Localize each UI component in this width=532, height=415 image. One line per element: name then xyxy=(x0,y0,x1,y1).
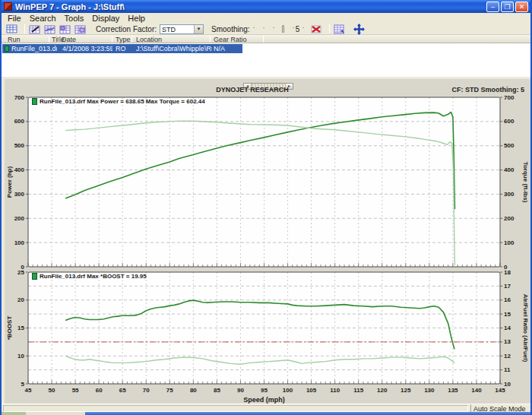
y-right-tick-label: 700 xyxy=(504,94,515,101)
close-button[interactable]: ✕ xyxy=(515,2,528,12)
delete-run-icon[interactable] xyxy=(310,24,323,34)
y-left-tick-label: 10 xyxy=(17,353,24,360)
graph-multi-icon[interactable] xyxy=(74,24,87,34)
y-right-tick-label: 400 xyxy=(504,166,515,173)
column-separator xyxy=(49,36,49,43)
y-left-tick-label: 15 xyxy=(17,325,24,331)
slider-thumb[interactable] xyxy=(282,25,284,33)
cell-location: J:\Stuff\Cobra\Whipple\RunFile_013... xyxy=(136,45,212,52)
cell-type: RO xyxy=(116,45,134,52)
graph-panel: ◄ ► DYNOJET RESEARCH CF: STD Smoothing: … xyxy=(5,79,530,404)
column-header-run[interactable]: Run xyxy=(8,36,21,43)
x-tick-label: 145 xyxy=(495,387,505,394)
y-left-tick-label: 200 xyxy=(14,215,25,222)
cell-gear_ratio: N/A xyxy=(214,45,241,52)
y-right-axis-title: Torque (ft-lbs) xyxy=(522,162,529,203)
y-right-tick-label: 16 xyxy=(504,296,511,303)
y-right-tick-label: 300 xyxy=(504,191,515,198)
y-left-tick-label: 500 xyxy=(14,142,25,149)
column-header-date[interactable]: Date xyxy=(62,36,76,43)
column-separator xyxy=(131,36,132,43)
correction-factor-label: Correction Factor: xyxy=(96,25,157,33)
boost-chart-legend: RunFile_013.drf Max *BOOST = 19.95 xyxy=(32,273,147,280)
menu-item-search[interactable]: Search xyxy=(27,14,62,23)
graph-page-icon[interactable] xyxy=(334,24,347,34)
column-header-location[interactable]: Location xyxy=(136,36,162,43)
y-left-tick-label: 100 xyxy=(14,239,25,246)
charts-canvas[interactable]: 0100200300400500600700010020030040050060… xyxy=(5,79,530,404)
y-right-tick-label: 11 xyxy=(504,366,511,373)
chevron-down-icon[interactable]: ▼ xyxy=(194,25,203,33)
slider-track: . . . . . . xyxy=(253,22,308,30)
run-table-body: RunFile_013.drf4/1/2008 3:23:59 ...ROJ:\… xyxy=(2,43,530,77)
x-tick-label: 140 xyxy=(471,387,482,394)
x-tick-label: 95 xyxy=(261,387,268,394)
x-tick-label: 115 xyxy=(353,387,363,394)
y-left-tick-label: 400 xyxy=(14,166,25,173)
y-left-axis-title: Power (hp) xyxy=(6,166,13,198)
y-right-tick-label: 100 xyxy=(504,239,515,246)
legend-swatch-icon xyxy=(32,98,37,105)
x-tick-label: 80 xyxy=(190,387,197,394)
status-mode-label: Auto Scale Mode xyxy=(470,404,531,412)
cell-date: 4/1/2008 3:23:59 ... xyxy=(62,45,112,52)
x-tick-label: 100 xyxy=(283,387,293,394)
graph-overlay-icon[interactable] xyxy=(59,24,72,34)
x-tick-label: 110 xyxy=(330,387,340,394)
toolbar-separator xyxy=(329,24,330,33)
title-bar: WinPEP 7 - Graph - J:\Stuff\ – ❐ ✕ xyxy=(2,0,530,13)
status-left-pane xyxy=(3,405,468,412)
smoothing-slider[interactable]: . . . . . . xyxy=(253,24,290,33)
menu-item-display[interactable]: Display xyxy=(89,14,125,23)
x-tick-label: 130 xyxy=(424,387,435,394)
correction-factor-select[interactable]: STD ▼ xyxy=(160,24,204,34)
menu-item-tools[interactable]: Tools xyxy=(62,14,90,23)
table-row[interactable]: RunFile_013.drf4/1/2008 3:23:59 ...ROJ:\… xyxy=(2,44,242,53)
y-right-tick-label: 600 xyxy=(504,118,515,125)
y-right-tick-label: 200 xyxy=(504,215,515,222)
x-tick-label: 55 xyxy=(72,387,79,394)
y-right-axis-title: Air/Fuel Ratio (Air/Fuel) xyxy=(522,294,529,363)
x-tick-label: 120 xyxy=(377,387,388,394)
y-right-tick-label: 18 xyxy=(504,269,511,276)
run-table-header: RunTitleDateTypeLocationGear Ratio xyxy=(2,35,530,43)
taskbar-strip xyxy=(0,412,532,415)
pan-move-icon[interactable] xyxy=(353,24,365,35)
cell-run: RunFile_013.drf xyxy=(11,45,57,52)
y-right-tick-label: 12 xyxy=(504,353,511,360)
x-tick-label: 105 xyxy=(306,387,317,394)
x-tick-label: 75 xyxy=(166,387,173,394)
y-left-tick-label: 20 xyxy=(17,296,24,303)
x-tick-label: 60 xyxy=(96,387,103,394)
y-left-axis-title: *BOOST xyxy=(6,316,13,341)
legend-text: RunFile_013.drf Max Power = 638.65 Max T… xyxy=(40,98,205,105)
x-tick-label: 50 xyxy=(49,387,55,394)
taskbar-gap xyxy=(26,412,85,415)
y-left-tick-label: 300 xyxy=(14,191,25,198)
start-button-edge xyxy=(0,412,26,415)
x-tick-label: 65 xyxy=(119,387,126,394)
minimize-button[interactable]: – xyxy=(486,2,499,12)
column-header-gear-ratio[interactable]: Gear Ratio xyxy=(214,36,247,43)
power-chart-legend: RunFile_013.drf Max Power = 638.65 Max T… xyxy=(32,98,205,105)
y-right-tick-label: 13 xyxy=(504,338,511,345)
y-left-tick-label: 25 xyxy=(17,269,24,276)
column-separator xyxy=(112,36,112,43)
column-separator xyxy=(263,36,264,43)
y-right-tick-label: 15 xyxy=(504,311,511,318)
table-view-icon[interactable] xyxy=(6,24,18,34)
winpep-window: WinPEP 7 - Graph - J:\Stuff\ – ❐ ✕ FileS… xyxy=(0,0,532,415)
x-axis-title: Speed (mph) xyxy=(243,396,285,404)
menu-item-help[interactable]: Help xyxy=(125,14,150,23)
restore-button[interactable]: ❐ xyxy=(501,2,514,12)
graph-compare-icon[interactable] xyxy=(44,24,57,34)
column-header-type[interactable]: Type xyxy=(116,36,131,43)
y-left-tick-label: 600 xyxy=(14,118,25,125)
y-right-tick-label: 17 xyxy=(504,283,511,290)
legend-text: RunFile_013.drf Max *BOOST = 19.95 xyxy=(40,273,147,280)
menu-item-file[interactable]: File xyxy=(5,14,27,23)
column-separator xyxy=(59,36,59,43)
graph-run-icon[interactable] xyxy=(29,24,42,34)
legend-swatch-icon xyxy=(32,273,37,280)
x-tick-label: 90 xyxy=(237,387,244,394)
